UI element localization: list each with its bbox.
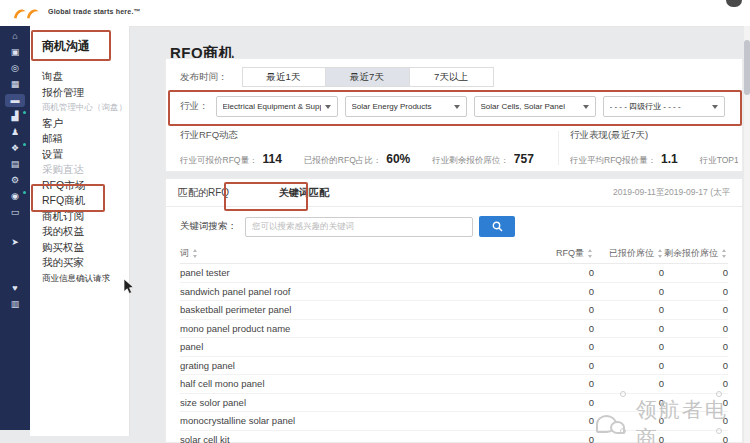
header-tagline: Global trade starts here.™ <box>48 8 141 15</box>
watermark-text: 领航者电商 <box>636 396 750 443</box>
stat-value: 1.1 <box>661 152 678 166</box>
table-row[interactable]: panel tester 0 0 0 <box>180 264 728 283</box>
stats-section-title: 行业RFQ动态 <box>180 129 552 142</box>
industry-label: 行业： <box>180 100 209 113</box>
table-row[interactable]: half cell mono panel 0 0 0 <box>180 375 728 394</box>
rfq-count-cell: 0 <box>494 415 594 426</box>
sidebar-item-rfq-market[interactable]: RFQ市场 <box>42 178 129 194</box>
keyword-cell: mono panel product name <box>180 323 494 334</box>
messages-icon[interactable]: ▬ <box>5 94 25 107</box>
scrollbar-thumb[interactable] <box>744 40 750 95</box>
stat-label: 行业可报价RFQ量： <box>180 155 257 167</box>
table-row[interactable]: mono panel product name 0 0 0 <box>180 320 728 339</box>
table-row[interactable]: basketball perimeter panel 0 0 0 <box>180 301 728 320</box>
sidebar-item-inquiries[interactable]: 询盘 <box>42 69 129 85</box>
analytics-icon[interactable]: ▟ <box>5 110 25 123</box>
sidebar-item-mail[interactable]: 邮箱 <box>42 131 129 147</box>
notifications-icon[interactable]: ◉ <box>5 190 25 203</box>
quoted-seats-cell: 0 <box>594 378 664 389</box>
settings-icon[interactable]: ⚙ <box>5 174 25 187</box>
quoted-seats-cell: 0 <box>594 304 664 315</box>
industry-select-level4[interactable]: - - - - 四级行业 - - - - <box>603 96 725 117</box>
remaining-seats-cell: 0 <box>664 323 728 334</box>
sidebar-item-buy-benefits[interactable]: 购买权益 <box>42 240 129 256</box>
sidebar-item-my-benefits[interactable]: 我的权益 <box>42 224 129 240</box>
chevron-down-icon <box>325 105 331 109</box>
sidebar-item-sourcing-direct[interactable]: 采购直达 <box>42 162 129 178</box>
column-header-keyword[interactable]: 词 <box>180 247 494 260</box>
keyword-cell: panel <box>180 341 494 352</box>
briefcase-icon[interactable]: ▭ <box>5 206 25 219</box>
orders-icon[interactable]: ▣ <box>5 46 25 59</box>
keyword-cell: basketball perimeter panel <box>180 304 494 315</box>
scrollbar-track[interactable] <box>744 26 750 443</box>
industry-select-value: Electrical Equipment & Supplies <box>223 102 321 111</box>
sidebar-item-settings[interactable]: 设置 <box>42 147 129 163</box>
column-header-rfq-count[interactable]: RFQ量 <box>494 247 594 260</box>
industry-select-level3[interactable]: Solar Cells, Solar Panel <box>474 96 596 117</box>
sidebar-item-opportunity-subscription[interactable]: 商机订阅 <box>42 209 129 225</box>
table-row[interactable]: panel 0 0 0 <box>180 338 728 357</box>
keyword-cell: sandwich panel panel roof <box>180 286 494 297</box>
stat-quotable-rfq: 行业可报价RFQ量： 114 <box>180 152 282 167</box>
column-header-quoted-seats[interactable]: 已报价席位 <box>594 247 664 260</box>
secondary-sidebar: 商机沟通 询盘 报价管理 商机管理中心（询盘） 客户 邮箱 设置 采购直达 RF… <box>30 26 130 436</box>
sidebar-item-business-center[interactable]: 商机管理中心（询盘） <box>42 100 129 116</box>
industry-rfq-stats: 行业RFQ动态 行业可报价RFQ量： 114 已报价的RFQ占比： 60% 行业… <box>180 129 552 167</box>
network-icon[interactable]: ❖ <box>5 142 25 155</box>
sidebar-item-rfq-opportunities[interactable]: RFQ商机 <box>42 193 129 209</box>
stat-label: 行业TOP10平均RFQ <box>700 155 738 167</box>
column-header-remaining-seats[interactable]: 剩余报价席位 <box>664 247 728 260</box>
time-filter-over7days[interactable]: 7天以上 <box>410 67 494 87</box>
sidebar-item-business-info-request[interactable]: 商业信息确认请求 <box>42 271 129 287</box>
industry-select-level1[interactable]: Electrical Equipment & Supplies <box>216 96 338 117</box>
sort-icon <box>657 249 664 258</box>
watermark-dot <box>716 391 722 397</box>
search-icon <box>492 221 503 232</box>
menu-header-business-communication: 商机沟通 <box>42 38 129 55</box>
industry-select-level2[interactable]: Solar Energy Products <box>345 96 467 117</box>
keyword-search-row: 关键词搜索： 您可以搜索感兴趣的关键词 <box>180 216 728 237</box>
rfq-count-cell: 0 <box>494 286 594 297</box>
watermark-dot <box>716 428 722 434</box>
keyword-cell: grating panel <box>180 360 494 371</box>
search-button[interactable] <box>479 216 515 237</box>
watermark-dot <box>620 391 626 397</box>
table-row[interactable]: sandwich panel panel roof 0 0 0 <box>180 283 728 302</box>
stat-avg-rfq-quotes: 行业平均RFQ报价量： 1.1 <box>570 152 678 167</box>
archive-icon[interactable]: ▥ <box>5 298 25 311</box>
tab-matched-rfq[interactable]: 匹配的RFQ <box>178 186 229 200</box>
industry-select-value: - - - - 四级行业 - - - - <box>610 101 681 112</box>
keyword-cell: size solor panel <box>180 397 494 408</box>
contacts-icon[interactable]: ♟ <box>5 126 25 139</box>
sidebar-item-quote-management[interactable]: 报价管理 <box>42 85 129 101</box>
filter-card: 发布时间： 最近1天 最近7天 7天以上 行业： Electrical Equi… <box>165 58 743 172</box>
industry-performance: 行业表现(最近7天) 行业平均RFQ报价量： 1.1 行业TOP10平均RFQ <box>570 129 738 167</box>
icon-sidebar: ⌂ ▣ ◎ ▦ ▬ ▟ ♟ ❖ ▤ ⚙ ◉ ▭ ➤ ♥ ▥ <box>0 26 30 430</box>
time-filter-last1day[interactable]: 最近1天 <box>242 67 326 87</box>
apps-grid-icon[interactable]: ▦ <box>5 78 25 91</box>
chevron-down-icon <box>583 105 589 109</box>
alibaba-logo <box>12 6 44 20</box>
documents-icon[interactable]: ▤ <box>5 158 25 171</box>
sidebar-item-my-buyers[interactable]: 我的买家 <box>42 255 129 271</box>
sidebar-item-customers[interactable]: 客户 <box>42 116 129 132</box>
time-filter-last7days[interactable]: 最近7天 <box>326 67 410 87</box>
heart-icon[interactable]: ♥ <box>5 282 25 295</box>
industry-select-value: Solar Energy Products <box>352 102 432 111</box>
notification-dot <box>23 191 26 194</box>
time-filter-segment: 最近1天 最近7天 7天以上 <box>242 67 494 87</box>
notification-dot <box>23 111 26 114</box>
keyword-search-label: 关键词搜索： <box>180 220 237 233</box>
home-icon[interactable]: ⌂ <box>5 30 25 43</box>
tab-keyword-match[interactable]: 关键词匹配 <box>279 186 329 200</box>
keyword-search-input[interactable]: 您可以搜索感兴趣的关键词 <box>245 217 473 237</box>
table-row[interactable]: grating panel 0 0 0 <box>180 357 728 376</box>
location-icon[interactable]: ◎ <box>5 62 25 75</box>
quoted-seats-cell: 0 <box>594 341 664 352</box>
industry-select-value: Solar Cells, Solar Panel <box>481 102 565 111</box>
send-icon[interactable]: ➤ <box>5 236 25 249</box>
search-placeholder: 您可以搜索感兴趣的关键词 <box>252 221 354 233</box>
quoted-seats-cell: 0 <box>594 323 664 334</box>
publish-time-row: 发布时间： 最近1天 最近7天 7天以上 <box>180 67 494 87</box>
